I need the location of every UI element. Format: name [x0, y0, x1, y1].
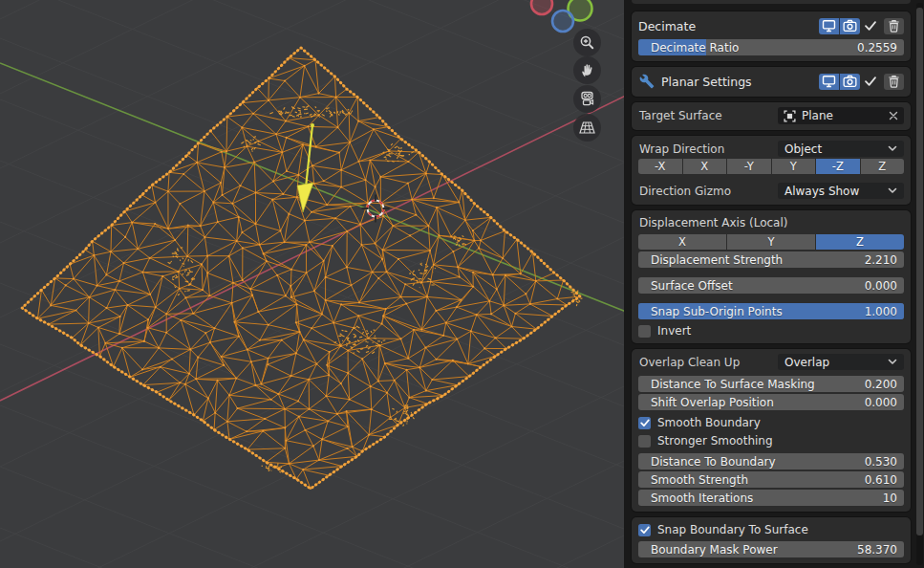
slider-decimate-ratio[interactable]: Decimate Ratio0.2559: [638, 39, 904, 55]
row-label: Direction Gizmo: [638, 185, 778, 198]
apply-button[interactable]: [860, 18, 881, 34]
slider-shift-overlap-position[interactable]: Shift Overlap Position0.000: [638, 394, 904, 410]
hand-icon: [580, 62, 595, 78]
slider-value: 0.200: [865, 378, 904, 391]
box-title: Decimate: [638, 19, 819, 33]
panel-box-wrap-direction: Wrap DirectionObject-XX-YY-ZZDirection G…: [632, 136, 911, 205]
zoom-button[interactable]: [573, 29, 601, 56]
checkbox-unchecked[interactable]: [638, 435, 651, 448]
slider-distance-to-boundary[interactable]: Distance To Boundary0.530: [638, 453, 904, 470]
trash-icon: [888, 19, 900, 33]
check-icon: [864, 76, 877, 87]
trash-icon: [888, 75, 900, 88]
segmented-buttons: -XX-YY-ZZ: [638, 159, 904, 174]
check-icon: [864, 20, 877, 32]
slider-surface-offset[interactable]: Surface Offset0.000: [638, 277, 904, 294]
checkbox-label: Snap Boundary To Surface: [657, 523, 808, 536]
checkbox-unchecked[interactable]: [638, 325, 651, 338]
section-label: Displacement Axis (Local): [638, 215, 904, 231]
slider-distance-to-surface-masking[interactable]: Distance To Surface Masking0.200: [638, 376, 904, 392]
panel-box-displacement: Displacement Axis (Local)XYZDisplacement…: [632, 210, 911, 343]
modifier-properties-panel: DecimateDecimate Ratio0.2559Planar Setti…: [626, 0, 924, 568]
slider-label: Surface Offset: [638, 279, 733, 293]
viewport-canvas: [0, 0, 624, 568]
dropdown-value: Always Show: [784, 185, 888, 198]
delete-button[interactable]: [884, 74, 904, 90]
dropdown-direction-gizmo[interactable]: Always Show: [778, 183, 904, 199]
delete-button[interactable]: [884, 18, 904, 34]
slider-value: 2.210: [865, 253, 904, 267]
axis-button-z[interactable]: Z: [816, 234, 904, 250]
camera-icon: [843, 75, 857, 88]
dropdown-row: Direction GizmoAlways Show: [638, 183, 904, 199]
panel-box-planar-settings: Planar Settings: [632, 67, 911, 97]
apply-button[interactable]: [860, 74, 881, 90]
axis-button-x[interactable]: X: [683, 159, 727, 174]
slider-snap-sub-origin-points[interactable]: Snap Sub-Origin Points1.000: [638, 303, 904, 319]
orbit-gizmo-ball-x[interactable]: [531, 0, 552, 14]
orbit-gizmo-ball-y[interactable]: [552, 11, 573, 32]
dropdown-row: Wrap DirectionObject: [638, 141, 904, 157]
slider-smooth-iterations[interactable]: Smooth Iterations10: [638, 490, 904, 506]
slider-value: 0.2559: [857, 41, 904, 55]
dropdown-overlap-clean-up[interactable]: Overlap: [778, 354, 904, 370]
panel-scrollbar[interactable]: [916, 3, 923, 565]
dropdown-value: Overlap: [784, 356, 888, 369]
panel-box-snap-boundary: Snap Boundary To SurfaceBoundary Mask Po…: [632, 517, 911, 563]
axis-button-neg-y[interactable]: -Y: [727, 159, 771, 174]
box-header-decimate: Decimate: [638, 16, 904, 35]
slider-smooth-strength[interactable]: Smooth Strength0.610: [638, 471, 904, 488]
box-header-planar-settings: Planar Settings: [638, 72, 904, 91]
slider-label: Distance To Surface Masking: [638, 378, 815, 391]
chevron-down-icon: [888, 145, 897, 152]
3d-viewport[interactable]: [0, 0, 624, 568]
panel-boxes: DecimateDecimate Ratio0.2559Planar Setti…: [632, 11, 911, 563]
object-field-row: Target SurfacePlane: [638, 107, 904, 124]
wrench-icon: [639, 74, 655, 89]
panel-box-target-surface: Target SurfacePlane: [632, 102, 911, 130]
camera-view-button[interactable]: [573, 85, 601, 113]
slider-boundary-mask-power[interactable]: Boundary Mask Power58.370: [638, 541, 904, 557]
slider-value: 0.530: [865, 455, 904, 469]
dropdown-wrap-direction[interactable]: Object: [778, 141, 904, 157]
slider-label: Displacement Strength: [638, 253, 783, 267]
display-toggle-button[interactable]: [819, 74, 840, 90]
unlink-icon[interactable]: [889, 111, 898, 120]
axis-button-neg-z[interactable]: -Z: [816, 159, 860, 174]
checkbox-row-invert[interactable]: Invert: [638, 324, 904, 338]
checkbox-checked[interactable]: [638, 524, 651, 536]
slider-value: 58.370: [857, 543, 904, 557]
axis-button-y[interactable]: Y: [727, 234, 815, 250]
slider-label: Decimate Ratio: [638, 41, 739, 55]
slider-value: 10: [883, 492, 904, 505]
segmented-buttons: XYZ: [638, 234, 904, 250]
row-label: Wrap Direction: [638, 142, 778, 156]
slider-value: 0.000: [865, 396, 904, 409]
checkbox-row-stronger-smoothing[interactable]: Stronger Smoothing: [638, 434, 904, 448]
blender-window: { "colors": { "accent": "#4772b3", "pane…: [0, 0, 924, 568]
slider-value: 0.610: [865, 473, 904, 487]
pan-button[interactable]: [573, 56, 601, 84]
axis-button-y[interactable]: Y: [772, 159, 816, 174]
perspective-toggle-button[interactable]: [573, 114, 601, 142]
checkbox-row-snap-boundary-to-surface[interactable]: Snap Boundary To Surface: [638, 523, 904, 536]
dropdown-row: Overlap Clean UpOverlap: [638, 354, 904, 370]
slider-label: Boundary Mask Power: [638, 543, 778, 557]
render-toggle-button[interactable]: [840, 18, 860, 34]
plane-object-icon: [784, 110, 796, 122]
chevron-down-icon: [888, 359, 897, 365]
object-picker-field[interactable]: Plane: [778, 107, 904, 124]
display-toggle-button[interactable]: [819, 18, 840, 34]
axis-button-neg-x[interactable]: -X: [638, 159, 682, 174]
slider-displacement-strength[interactable]: Displacement Strength2.210: [638, 251, 904, 268]
axis-button-z[interactable]: Z: [861, 159, 905, 174]
monitor-icon: [822, 75, 836, 88]
checkbox-checked[interactable]: [638, 417, 651, 429]
render-toggle-button[interactable]: [840, 74, 860, 90]
header-buttons: [819, 74, 904, 90]
checkbox-row-smooth-boundary[interactable]: Smooth Boundary: [638, 416, 904, 429]
scrollbar-thumb[interactable]: [916, 8, 923, 535]
box-title: Planar Settings: [661, 75, 819, 89]
axis-button-x[interactable]: X: [638, 234, 726, 250]
object-name: Plane: [802, 109, 889, 122]
